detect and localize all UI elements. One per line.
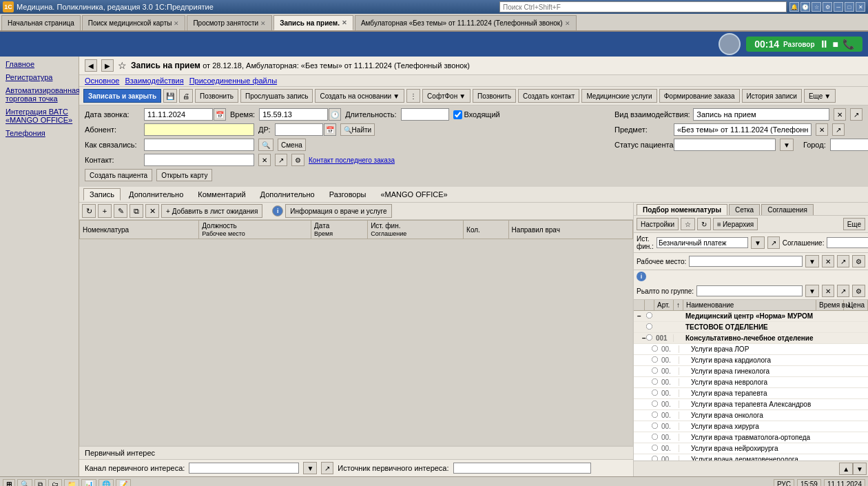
sidebar-item-auto-trading[interactable]: Автоматизированная торговая точка — [1, 84, 77, 105]
tab-ambulatory-close[interactable]: ✕ — [565, 20, 570, 27]
star-btn[interactable]: ☆ — [118, 60, 127, 71]
patient-status-input[interactable] — [674, 139, 776, 151]
group-filter-dropdown[interactable]: ▼ — [805, 285, 819, 297]
info-circle-icon[interactable]: i — [637, 272, 646, 281]
radio-1[interactable] — [645, 322, 654, 332]
nomen-row-9[interactable]: 00. Услуги врача онколога — [634, 410, 868, 421]
scroll-up-btn[interactable]: ▲ — [839, 463, 853, 475]
close-btn[interactable]: ✕ — [856, 2, 865, 12]
channel-input[interactable] — [189, 463, 299, 474]
dr-calendar-btn[interactable]: 📅 — [324, 123, 336, 136]
scroll-down-btn[interactable]: ▼ — [853, 463, 867, 475]
source-fin-open[interactable]: ↗ — [767, 236, 780, 249]
date-call-calendar-btn[interactable]: 📅 — [214, 108, 226, 121]
contact-input[interactable] — [144, 154, 254, 166]
phone-icon[interactable]: 📞 — [843, 39, 854, 50]
rpanel-tab-agreements[interactable]: Соглашения — [761, 204, 814, 215]
subject-input[interactable] — [674, 123, 812, 136]
radio-7[interactable] — [650, 388, 660, 398]
taskbar-app-word[interactable]: 📝 — [116, 479, 131, 486]
minimize-btn[interactable]: ─ — [834, 2, 843, 12]
start-btn[interactable]: ⊞ — [3, 479, 15, 486]
group-filter-clear[interactable]: ✕ — [822, 285, 834, 297]
taskbar-app-excel[interactable]: 📊 — [81, 479, 96, 486]
channel-dropdown-btn[interactable]: ▼ — [303, 462, 317, 474]
sub-tab-mango[interactable]: «MANGO OFFICE» — [375, 188, 454, 201]
tab-appointment-close[interactable]: ✕ — [342, 19, 347, 26]
radio-12[interactable] — [650, 443, 660, 454]
sub-tab-additional[interactable]: Дополнительно — [123, 188, 189, 201]
workplace-clear[interactable]: ✕ — [822, 255, 834, 267]
source-input[interactable] — [453, 463, 591, 474]
expand-icon-0[interactable]: − — [634, 312, 645, 320]
time-calendar-btn[interactable]: 🕐 — [329, 108, 341, 121]
interaction-type-open-btn[interactable]: ↗ — [850, 108, 862, 121]
sidebar-item-registration[interactable]: Регистратура — [1, 71, 77, 83]
doctor-info-button[interactable]: Информация о враче и услуге — [285, 204, 391, 218]
nomen-row-11[interactable]: 00. Услуги врача травматолога-ортопеда — [634, 432, 868, 443]
refresh-rpanel-btn[interactable]: ↻ — [697, 218, 711, 230]
group-filter-input[interactable] — [696, 285, 803, 296]
radio-2[interactable] — [645, 333, 654, 343]
pause-icon[interactable]: ⏸ — [819, 39, 829, 50]
interaction-type-clear-btn[interactable]: ✕ — [834, 108, 846, 121]
save-close-button[interactable]: Записать и закрыть — [83, 89, 161, 103]
clock-icon[interactable]: 🕐 — [800, 2, 810, 12]
star-title-icon[interactable]: ☆ — [812, 2, 821, 12]
call-btn-2[interactable]: Позвонить — [473, 89, 516, 103]
radio-9[interactable] — [650, 410, 660, 421]
radio-10[interactable] — [650, 421, 660, 432]
sub-tab-record[interactable]: Запись — [83, 188, 121, 201]
nomen-row-10[interactable]: 00. Услуги врача хирурга — [634, 421, 868, 432]
contact-settings-btn[interactable]: ⚙ — [291, 154, 304, 166]
radio-8[interactable] — [650, 399, 660, 409]
taskbar-app-2[interactable]: 📁 — [64, 479, 79, 486]
stop-icon[interactable]: ■ — [833, 39, 838, 50]
maximize-btn[interactable]: □ — [845, 2, 854, 12]
med-services-button[interactable]: Медицинские услуги — [581, 89, 657, 103]
city-input[interactable] — [830, 139, 868, 151]
more-rpanel-btn[interactable]: Еще — [843, 218, 865, 230]
taskbar-app-3[interactable]: 🌐 — [99, 479, 114, 486]
doc-tab-main[interactable]: Основное — [85, 77, 119, 85]
settings-button[interactable]: Настройки — [637, 218, 679, 230]
dr-input[interactable] — [275, 123, 323, 136]
radio-0[interactable] — [645, 311, 654, 321]
save-icon-btn[interactable]: 💾 — [163, 89, 177, 103]
doc-tab-interactions[interactable]: Взаимодействия — [125, 77, 183, 85]
tab-ambulatory[interactable]: Амбулаторная «Без темы» от 11.11.2024 (Т… — [355, 15, 577, 30]
workplace-open[interactable]: ↗ — [837, 255, 849, 267]
hierarchy-btn[interactable]: ≡ Иерархия — [713, 218, 758, 230]
radio-4[interactable] — [650, 355, 660, 365]
add-to-waiting-button[interactable]: + Добавить в лист ожидания — [161, 204, 262, 218]
rpanel-tab-grid[interactable]: Сетка — [729, 204, 760, 215]
nav-forward-btn[interactable]: ▶ — [101, 59, 114, 72]
radio-6[interactable] — [650, 377, 660, 387]
print-icon-btn[interactable]: 🖨 — [179, 89, 193, 103]
contact-clear-btn[interactable]: ✕ — [258, 154, 271, 166]
star-rpanel-btn[interactable]: ☆ — [681, 218, 695, 230]
source-fin-input[interactable] — [657, 237, 748, 248]
tab-appointment[interactable]: Запись на прием. ✕ — [273, 15, 353, 30]
more-icon-1[interactable]: ⋮ — [406, 89, 420, 103]
open-card-button[interactable]: Открыть карту — [156, 169, 212, 181]
source-fin-dropdown[interactable]: ▼ — [751, 236, 765, 249]
subject-open-btn[interactable]: ↗ — [832, 123, 845, 136]
sub-tab-comments[interactable]: Комментарий — [192, 188, 251, 201]
workplace-input[interactable] — [689, 256, 803, 267]
create-basis-button[interactable]: Создать на основании ▼ — [315, 89, 404, 103]
nomen-row-6[interactable]: 00. Услуги врача невролога — [634, 377, 868, 388]
taskbar-app-1[interactable]: 🗂 — [48, 479, 62, 486]
create-contact-button[interactable]: Создать контакт — [518, 89, 579, 103]
radio-3[interactable] — [650, 344, 660, 354]
nomen-row-4[interactable]: 00. Услуги врача кардиолога — [634, 355, 868, 366]
radio-5[interactable] — [650, 366, 660, 376]
sidebar-item-telephony[interactable]: Телефония — [1, 127, 77, 139]
tab-schedule-close[interactable]: ✕ — [260, 20, 266, 27]
radio-13[interactable] — [650, 454, 660, 460]
global-search-input[interactable] — [499, 1, 787, 12]
time-input[interactable] — [259, 108, 328, 121]
more-button[interactable]: Еще ▼ — [804, 89, 836, 103]
tab-schedule[interactable]: Просмотр занятости ✕ — [187, 15, 272, 30]
nomen-row-7[interactable]: 00. Услуги врача терапевта — [634, 388, 868, 399]
